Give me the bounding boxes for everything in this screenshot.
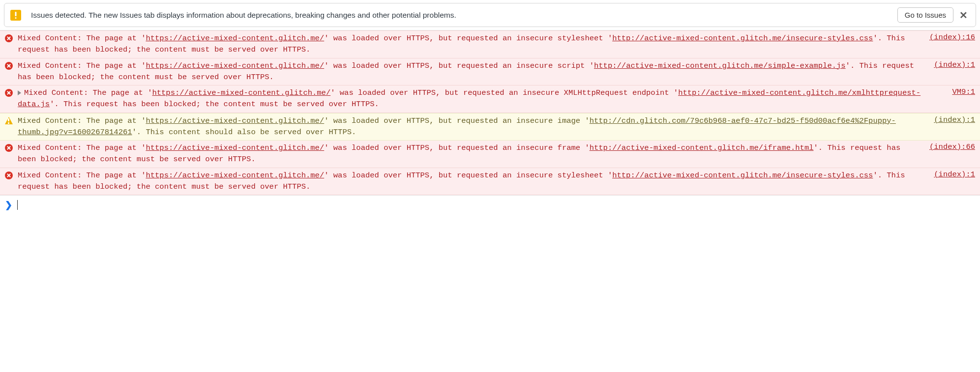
console-message: Mixed Content: The page at 'https://acti… bbox=[0, 86, 980, 113]
error-icon bbox=[5, 62, 13, 70]
page-url-link[interactable]: https://active-mixed-content.glitch.me/ bbox=[146, 34, 324, 43]
error-icon bbox=[5, 34, 13, 42]
message-text: Mixed Content: The page at 'https://acti… bbox=[18, 33, 920, 56]
console-prompt[interactable]: ❯ bbox=[0, 195, 980, 214]
warning-icon bbox=[5, 117, 13, 124]
page-url-link[interactable]: https://active-mixed-content.glitch.me/ bbox=[152, 88, 330, 97]
source-link[interactable]: VM9:1 bbox=[952, 87, 975, 96]
console-message: Mixed Content: The page at 'https://acti… bbox=[0, 141, 980, 168]
issues-banner-text: Issues detected. The new Issues tab disp… bbox=[31, 11, 897, 20]
resource-url-link[interactable]: http://active-mixed-content.glitch.me/in… bbox=[612, 171, 873, 180]
message-text: Mixed Content: The page at 'https://acti… bbox=[18, 115, 924, 139]
console-message: Mixed Content: The page at 'https://acti… bbox=[0, 30, 980, 58]
message-text: Mixed Content: The page at 'https://acti… bbox=[18, 170, 924, 193]
resource-url-link[interactable]: http://active-mixed-content.glitch.me/in… bbox=[612, 34, 873, 43]
page-url-link[interactable]: https://active-mixed-content.glitch.me/ bbox=[146, 171, 324, 180]
error-icon bbox=[5, 144, 13, 152]
console-message: Mixed Content: The page at 'https://acti… bbox=[0, 58, 980, 86]
page-url-link[interactable]: https://active-mixed-content.glitch.me/ bbox=[146, 143, 324, 152]
expand-toggle-icon[interactable] bbox=[18, 90, 21, 95]
source-link[interactable]: (index):16 bbox=[929, 33, 975, 42]
console-message: Mixed Content: The page at 'https://acti… bbox=[0, 168, 980, 196]
resource-url-link[interactable]: http://active-mixed-content.glitch.me/si… bbox=[594, 61, 846, 70]
close-icon[interactable]: ✕ bbox=[957, 9, 970, 21]
warning-badge-icon bbox=[10, 10, 21, 21]
issues-banner: Issues detected. The new Issues tab disp… bbox=[4, 3, 976, 27]
console-message: Mixed Content: The page at 'https://acti… bbox=[0, 113, 980, 141]
message-text: Mixed Content: The page at 'https://acti… bbox=[18, 60, 924, 84]
resource-url-link[interactable]: http://active-mixed-content.glitch.me/if… bbox=[590, 143, 814, 152]
prompt-caret-icon: ❯ bbox=[5, 200, 12, 210]
error-icon bbox=[5, 89, 13, 97]
text-cursor bbox=[17, 200, 18, 210]
source-link[interactable]: (index):66 bbox=[929, 143, 975, 151]
go-to-issues-button[interactable]: Go to Issues bbox=[897, 7, 953, 23]
page-url-link[interactable]: https://active-mixed-content.glitch.me/ bbox=[146, 116, 324, 125]
message-text: Mixed Content: The page at 'https://acti… bbox=[18, 143, 920, 166]
source-link[interactable]: (index):1 bbox=[934, 115, 975, 124]
source-link[interactable]: (index):1 bbox=[934, 170, 975, 179]
message-text: Mixed Content: The page at 'https://acti… bbox=[18, 87, 942, 111]
page-url-link[interactable]: https://active-mixed-content.glitch.me/ bbox=[146, 61, 324, 70]
error-icon bbox=[5, 172, 13, 179]
source-link[interactable]: (index):1 bbox=[934, 60, 975, 69]
console-panel: Mixed Content: The page at 'https://acti… bbox=[0, 30, 980, 195]
